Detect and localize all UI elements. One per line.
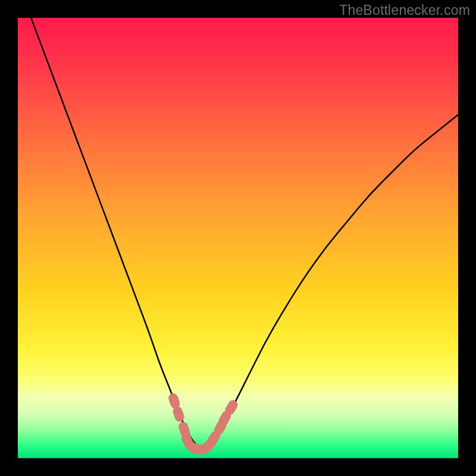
gradient-background bbox=[18, 18, 458, 458]
chart-frame: TheBottlenecker.com bbox=[0, 0, 476, 476]
watermark-text: TheBottlenecker.com bbox=[339, 2, 470, 18]
bottleneck-chart bbox=[18, 18, 458, 458]
plot-area bbox=[18, 18, 458, 458]
